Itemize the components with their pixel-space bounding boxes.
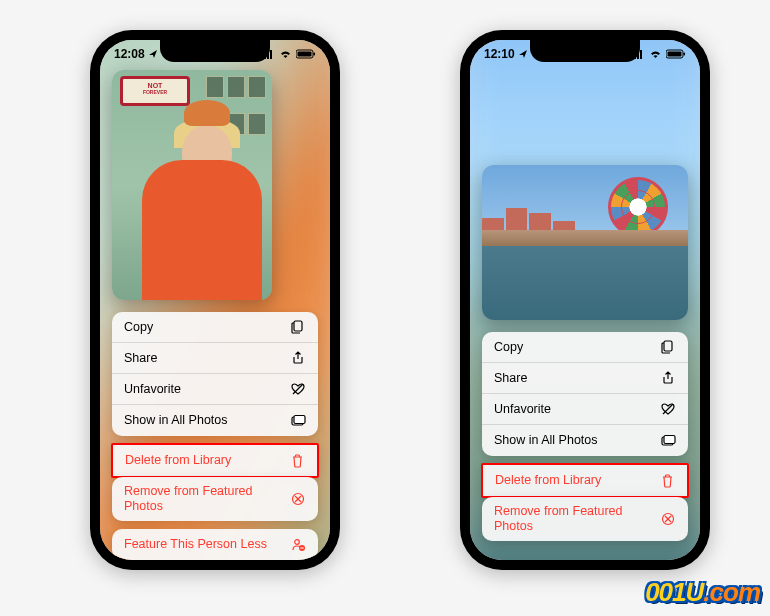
trash-icon <box>659 473 675 489</box>
photos-stack-icon <box>290 413 306 429</box>
svg-rect-7 <box>294 321 302 331</box>
notch <box>160 40 270 62</box>
copy-icon <box>660 339 676 355</box>
location-icon <box>148 49 158 59</box>
menu-delete[interactable]: Delete from Library <box>483 465 687 496</box>
menu-copy-label: Copy <box>124 320 153 335</box>
photo-preview[interactable] <box>482 165 688 320</box>
battery-icon <box>296 49 316 59</box>
menu-unfavorite[interactable]: Unfavorite <box>482 394 688 425</box>
heart-slash-icon <box>290 381 306 397</box>
menu-share-label: Share <box>124 351 157 366</box>
photo-preview[interactable]: NOT FOREVER <box>112 70 272 300</box>
context-menu: Copy Share Unfavorite Show in All Photos <box>482 332 688 549</box>
menu-share[interactable]: Share <box>112 343 318 374</box>
wifi-icon <box>649 49 662 59</box>
menu-feature-less[interactable]: Feature This Person Less <box>112 529 318 560</box>
notch <box>530 40 640 62</box>
wall-sign: NOT FOREVER <box>120 76 190 106</box>
phone-mockup-right: 12:10 Copy Share <box>460 30 710 570</box>
photos-stack-icon <box>660 433 676 449</box>
menu-unfavorite-label: Unfavorite <box>494 402 551 417</box>
menu-show-all-label: Show in All Photos <box>494 433 598 448</box>
menu-remove-featured[interactable]: Remove from Featured Photos <box>482 497 688 541</box>
menu-delete-label: Delete from Library <box>125 453 231 468</box>
menu-unfavorite-label: Unfavorite <box>124 382 181 397</box>
svg-rect-24 <box>664 341 672 351</box>
trash-icon <box>289 453 305 469</box>
ferris-wheel <box>608 177 668 237</box>
menu-unfavorite[interactable]: Unfavorite <box>112 374 318 405</box>
share-icon <box>660 370 676 386</box>
menu-delete-label: Delete from Library <box>495 473 601 488</box>
svg-rect-6 <box>314 53 316 56</box>
menu-share-label: Share <box>494 371 527 386</box>
menu-share[interactable]: Share <box>482 363 688 394</box>
battery-icon <box>666 49 686 59</box>
menu-copy[interactable]: Copy <box>112 312 318 343</box>
svg-rect-3 <box>270 50 272 59</box>
copy-icon <box>290 319 306 335</box>
svg-rect-10 <box>294 415 305 423</box>
watermark: 001U.com <box>645 577 760 608</box>
status-time: 12:08 <box>114 47 158 61</box>
highlight-box: Delete from Library <box>111 443 319 478</box>
menu-remove-featured[interactable]: Remove from Featured Photos <box>112 477 318 521</box>
context-menu: Copy Share Unfavorite Show in All Photos <box>112 312 318 560</box>
screen: 12:08 NOT FOREVER Copy <box>100 40 330 560</box>
menu-copy-label: Copy <box>494 340 523 355</box>
menu-remove-featured-label: Remove from Featured Photos <box>124 484 290 514</box>
share-icon <box>290 350 306 366</box>
menu-delete[interactable]: Delete from Library <box>113 445 317 476</box>
status-time: 12:10 <box>484 47 528 61</box>
svg-point-14 <box>294 539 299 544</box>
svg-rect-22 <box>668 52 682 57</box>
menu-show-all[interactable]: Show in All Photos <box>482 425 688 456</box>
wifi-icon <box>279 49 292 59</box>
highlight-box: Delete from Library <box>481 463 689 498</box>
phone-mockup-left: 12:08 NOT FOREVER Copy <box>90 30 340 570</box>
menu-copy[interactable]: Copy <box>482 332 688 363</box>
remove-circle-icon <box>660 511 676 527</box>
location-icon <box>518 49 528 59</box>
svg-rect-23 <box>684 53 686 56</box>
menu-show-all[interactable]: Show in All Photos <box>112 405 318 436</box>
remove-circle-icon <box>290 491 306 507</box>
screen: 12:10 Copy Share <box>470 40 700 560</box>
svg-rect-27 <box>664 435 675 443</box>
menu-feature-less-label: Feature This Person Less <box>124 537 267 552</box>
heart-slash-icon <box>660 401 676 417</box>
menu-show-all-label: Show in All Photos <box>124 413 228 428</box>
menu-remove-featured-label: Remove from Featured Photos <box>494 504 660 534</box>
svg-rect-5 <box>298 52 312 57</box>
svg-rect-20 <box>640 50 642 59</box>
person-minus-icon <box>290 537 306 553</box>
